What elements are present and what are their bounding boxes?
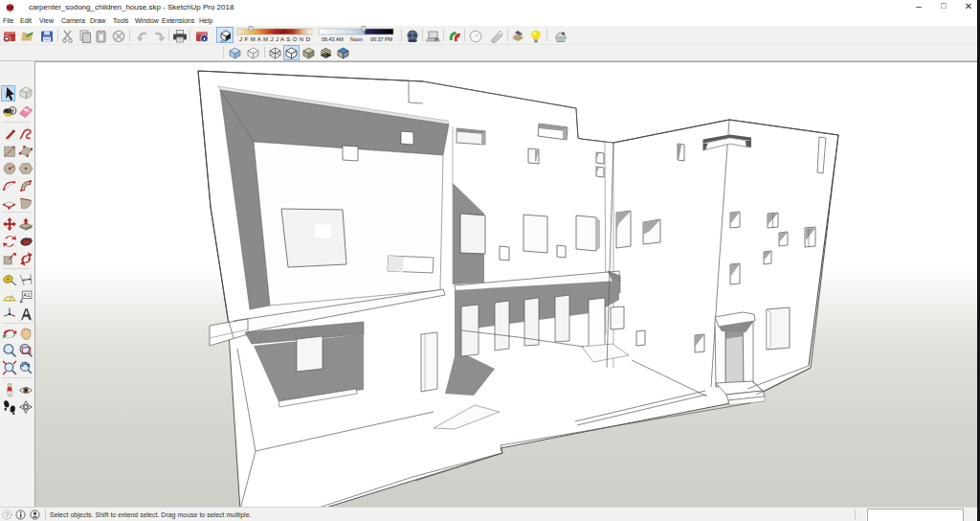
svg-text:06:37 PM: 06:37 PM xyxy=(370,36,393,42)
svg-text:06:43 AM: 06:43 AM xyxy=(322,36,344,42)
svg-text:Noon: Noon xyxy=(350,36,363,42)
svg-text:J F M A M J J A S O N D: J F M A M J J A S O N D xyxy=(239,36,311,42)
svg-text:A1: A1 xyxy=(23,292,30,298)
svg-text:?: ? xyxy=(6,511,10,518)
